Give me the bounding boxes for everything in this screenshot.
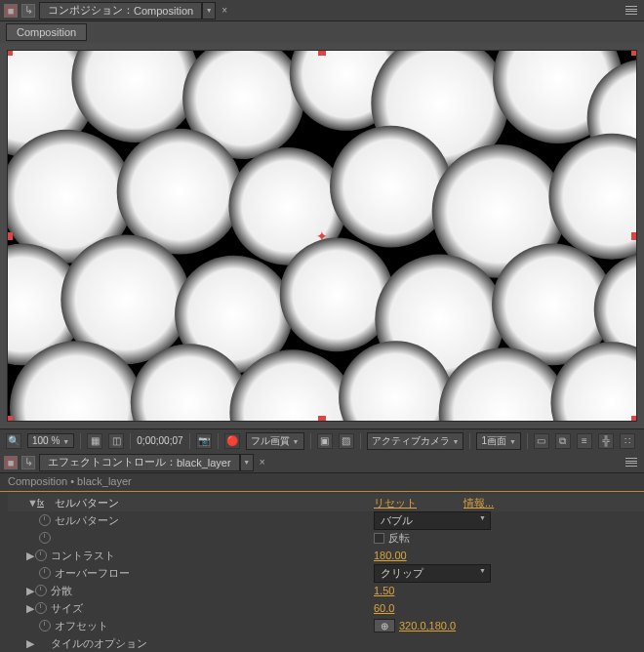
transparency-icon[interactable]: ▨ (339, 433, 354, 449)
channel-icon[interactable]: 🔴 (224, 433, 240, 449)
svg-point-17 (280, 238, 394, 352)
region-handle[interactable] (631, 232, 637, 240)
region-handle[interactable] (631, 50, 637, 56)
stopwatch-icon[interactable] (39, 620, 51, 632)
snapshot-icon[interactable]: 📷 (196, 433, 212, 449)
resolution-value: フル画質 (251, 434, 290, 448)
grid-icon[interactable]: ▦ (87, 433, 102, 449)
composition-viewer[interactable]: ✦ (0, 43, 644, 428)
comp-flowchart-icon[interactable]: ╬ (598, 433, 614, 449)
effects-tab-name: black_layer (177, 457, 231, 469)
effects-tab-dropdown[interactable]: ▼ (240, 454, 254, 471)
effect-name: セルパターン (55, 496, 119, 510)
param-label: タイルのオプション (51, 636, 147, 651)
offset-value[interactable]: 320.0,180.0 (399, 620, 456, 632)
param-label: オーバーフロー (55, 566, 130, 581)
param-label: 分散 (51, 584, 72, 598)
invert-checkbox[interactable] (374, 533, 384, 544)
timeline-icon[interactable]: ≡ (577, 433, 592, 449)
breadcrumb-comp: Composition (8, 475, 67, 487)
fast-preview-icon[interactable]: ⧉ (555, 433, 571, 449)
magnify-icon[interactable]: 🔍 (6, 433, 21, 449)
comp-tab-name: Composition (134, 5, 193, 17)
panel-menu-icon[interactable] (623, 4, 640, 18)
project-tab-icon[interactable]: ■ (4, 4, 18, 18)
viewer-frame: ✦ (7, 50, 637, 422)
disclose-icon[interactable]: ▶ (25, 637, 35, 650)
stopwatch-icon[interactable] (35, 585, 47, 596)
effects-panel-body: Composition • black_layer ▼ fx セルパターン リセ… (0, 473, 644, 652)
stopwatch-icon[interactable] (39, 567, 51, 579)
effects-tab[interactable]: エフェクトコントロール：black_layer (39, 454, 240, 471)
region-handle[interactable] (7, 416, 13, 422)
comp-tab[interactable]: コンポジション：Composition (39, 2, 202, 20)
param-row-dispersion: ▶ 分散 1.50 (8, 582, 644, 599)
stopwatch-icon[interactable] (35, 550, 47, 561)
contrast-value[interactable]: 180.00 (374, 550, 407, 561)
views-value: 1画面 (481, 434, 506, 448)
comp-sub-tab[interactable]: Composition (6, 23, 87, 41)
effects-breadcrumb: Composition • black_layer (0, 473, 644, 491)
svg-point-11 (330, 126, 452, 248)
invert-label: 反転 (388, 531, 410, 546)
fx-badge[interactable]: fx (37, 498, 51, 508)
camera-dropdown[interactable]: アクティブカメラ (367, 432, 464, 450)
comp-sub-row: Composition (0, 21, 644, 43)
param-row-offset: オフセット ⊕320.0,180.0 (8, 617, 644, 634)
disclose-icon[interactable]: ▶ (25, 585, 35, 597)
camera-value: アクティブカメラ (372, 434, 450, 448)
close-icon[interactable]: × (260, 457, 265, 468)
zoom-value: 100 % (32, 435, 60, 446)
param-label: サイズ (51, 601, 83, 616)
effects-tab-prefix: エフェクトコントロール： (48, 455, 177, 469)
effect-header-row[interactable]: ▼ fx セルパターン リセット 情報... (8, 494, 644, 511)
dispersion-value[interactable]: 1.50 (374, 585, 394, 596)
stopwatch-icon[interactable] (35, 602, 47, 614)
param-row-pattern: セルパターン バブル (8, 511, 644, 529)
region-handle[interactable] (7, 232, 13, 240)
flowchart-tab-icon[interactable]: ↳ (21, 456, 35, 469)
param-label: オフセット (55, 619, 108, 633)
comp-tab-prefix: コンポジション： (48, 3, 134, 18)
reset-link[interactable]: リセット (374, 496, 417, 510)
disclose-icon[interactable]: ▼ (27, 497, 37, 509)
stopwatch-icon[interactable] (39, 514, 51, 526)
pixel-aspect-icon[interactable]: ▭ (534, 433, 549, 449)
zoom-dropdown[interactable]: 100 % (27, 433, 74, 448)
project-tab-icon[interactable]: ■ (4, 456, 18, 469)
disclose-icon[interactable]: ▶ (25, 550, 35, 562)
overflow-dropdown[interactable]: クリップ (374, 564, 491, 583)
param-label: セルパターン (55, 513, 119, 528)
crosshair-icon[interactable]: ⊕ (374, 619, 395, 632)
reveal-icon[interactable]: ∷ (620, 433, 635, 449)
region-handle[interactable] (318, 50, 326, 56)
effects-panel-tabs: ■ ↳ エフェクトコントロール：black_layer ▼ × (0, 452, 644, 473)
viewer-toolbar: 🔍 100 % ▦ ◫ 0;00;00;07 📷 🔴 フル画質 ▣ ▨ アクティ… (0, 428, 644, 452)
flowchart-tab-icon[interactable]: ↳ (21, 4, 35, 18)
param-row-invert: 反転 (8, 529, 644, 547)
param-row-tile: ▶ タイルのオプション (8, 634, 644, 652)
region-handle[interactable] (631, 416, 637, 422)
mask-icon[interactable]: ◫ (108, 433, 124, 449)
stopwatch-icon[interactable] (39, 532, 51, 544)
breadcrumb-layer: black_layer (77, 475, 132, 487)
timecode[interactable]: 0;00;00;07 (137, 435, 182, 446)
info-link[interactable]: 情報... (463, 496, 494, 510)
region-handle[interactable] (318, 416, 326, 422)
anchor-point-icon[interactable]: ✦ (316, 228, 328, 244)
param-row-size: ▶ サイズ 60.0 (8, 599, 644, 617)
size-value[interactable]: 60.0 (374, 602, 394, 614)
comp-tab-dropdown[interactable]: ▼ (202, 2, 216, 20)
param-row-contrast: ▶ コントラスト 180.00 (8, 547, 644, 564)
resolution-dropdown[interactable]: フル画質 (246, 432, 304, 450)
comp-panel-tabs: ■ ↳ コンポジション：Composition ▼ × (0, 0, 644, 21)
region-handle[interactable] (7, 50, 13, 56)
views-dropdown[interactable]: 1画面 (476, 432, 521, 450)
pattern-dropdown[interactable]: バブル (374, 511, 491, 530)
param-row-overflow: オーバーフロー クリップ (8, 564, 644, 582)
close-icon[interactable]: × (221, 5, 227, 16)
region-icon[interactable]: ▣ (317, 433, 333, 449)
panel-menu-icon[interactable] (623, 456, 640, 469)
param-label: コントラスト (51, 549, 115, 563)
disclose-icon[interactable]: ▶ (25, 602, 35, 615)
